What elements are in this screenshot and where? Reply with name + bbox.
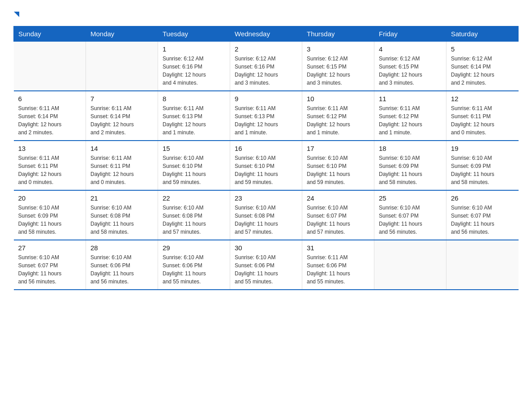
day-number: 5 bbox=[451, 45, 514, 53]
week-row-4: 20Sunrise: 6:10 AM Sunset: 6:09 PM Dayli… bbox=[14, 190, 519, 240]
calendar-cell: 16Sunrise: 6:10 AM Sunset: 6:10 PM Dayli… bbox=[230, 141, 302, 190]
day-info: Sunrise: 6:10 AM Sunset: 6:10 PM Dayligh… bbox=[163, 154, 225, 186]
day-info: Sunrise: 6:11 AM Sunset: 6:11 PM Dayligh… bbox=[90, 154, 153, 186]
day-number: 16 bbox=[235, 145, 297, 152]
day-info: Sunrise: 6:11 AM Sunset: 6:12 PM Dayligh… bbox=[379, 104, 442, 137]
calendar-cell bbox=[374, 240, 446, 290]
day-number: 26 bbox=[451, 194, 514, 202]
calendar-cell: 22Sunrise: 6:10 AM Sunset: 6:08 PM Dayli… bbox=[158, 190, 230, 240]
day-info: Sunrise: 6:11 AM Sunset: 6:13 PM Dayligh… bbox=[163, 104, 225, 137]
day-number: 7 bbox=[90, 95, 153, 103]
calendar-cell: 21Sunrise: 6:10 AM Sunset: 6:08 PM Dayli… bbox=[86, 190, 158, 240]
day-info: Sunrise: 6:11 AM Sunset: 6:14 PM Dayligh… bbox=[90, 104, 153, 137]
day-number: 11 bbox=[379, 95, 442, 103]
calendar-cell: 23Sunrise: 6:10 AM Sunset: 6:08 PM Dayli… bbox=[230, 190, 302, 240]
week-row-1: 1Sunrise: 6:12 AM Sunset: 6:16 PM Daylig… bbox=[14, 42, 519, 91]
calendar-cell: 12Sunrise: 6:11 AM Sunset: 6:11 PM Dayli… bbox=[446, 91, 519, 141]
day-info: Sunrise: 6:12 AM Sunset: 6:15 PM Dayligh… bbox=[379, 55, 442, 87]
day-info: Sunrise: 6:11 AM Sunset: 6:11 PM Dayligh… bbox=[451, 104, 514, 137]
day-number: 31 bbox=[307, 244, 369, 252]
calendar-cell: 5Sunrise: 6:12 AM Sunset: 6:14 PM Daylig… bbox=[446, 42, 519, 91]
day-info: Sunrise: 6:10 AM Sunset: 6:06 PM Dayligh… bbox=[90, 253, 153, 286]
day-header-saturday: Saturday bbox=[446, 26, 519, 42]
calendar-table: SundayMondayTuesdayWednesdayThursdayFrid… bbox=[13, 26, 519, 290]
day-info: Sunrise: 6:10 AM Sunset: 6:07 PM Dayligh… bbox=[451, 204, 514, 236]
day-number: 20 bbox=[18, 194, 82, 202]
calendar-cell: 27Sunrise: 6:10 AM Sunset: 6:07 PM Dayli… bbox=[14, 240, 86, 290]
calendar-cell bbox=[86, 42, 158, 91]
day-info: Sunrise: 6:10 AM Sunset: 6:09 PM Dayligh… bbox=[18, 204, 82, 236]
logo bbox=[13, 9, 19, 17]
day-number: 8 bbox=[163, 95, 225, 103]
day-number: 1 bbox=[163, 45, 225, 53]
calendar-cell: 18Sunrise: 6:10 AM Sunset: 6:09 PM Dayli… bbox=[374, 141, 446, 190]
calendar-cell: 29Sunrise: 6:10 AM Sunset: 6:06 PM Dayli… bbox=[158, 240, 230, 290]
day-info: Sunrise: 6:12 AM Sunset: 6:14 PM Dayligh… bbox=[451, 55, 514, 87]
calendar-cell bbox=[14, 42, 86, 91]
day-number: 27 bbox=[18, 244, 82, 252]
calendar-cell: 13Sunrise: 6:11 AM Sunset: 6:11 PM Dayli… bbox=[14, 141, 86, 190]
day-number: 6 bbox=[18, 95, 82, 103]
calendar-body: 1Sunrise: 6:12 AM Sunset: 6:16 PM Daylig… bbox=[14, 42, 519, 290]
calendar-cell: 1Sunrise: 6:12 AM Sunset: 6:16 PM Daylig… bbox=[158, 42, 230, 91]
calendar-cell: 26Sunrise: 6:10 AM Sunset: 6:07 PM Dayli… bbox=[446, 190, 519, 240]
calendar-cell: 9Sunrise: 6:11 AM Sunset: 6:13 PM Daylig… bbox=[230, 91, 302, 141]
calendar-cell: 6Sunrise: 6:11 AM Sunset: 6:14 PM Daylig… bbox=[14, 91, 86, 141]
day-number: 15 bbox=[163, 145, 225, 152]
day-info: Sunrise: 6:12 AM Sunset: 6:15 PM Dayligh… bbox=[307, 55, 369, 87]
day-number: 14 bbox=[90, 145, 153, 152]
day-number: 4 bbox=[379, 45, 442, 53]
week-row-3: 13Sunrise: 6:11 AM Sunset: 6:11 PM Dayli… bbox=[14, 141, 519, 190]
day-header-wednesday: Wednesday bbox=[230, 26, 302, 42]
calendar-cell: 31Sunrise: 6:11 AM Sunset: 6:06 PM Dayli… bbox=[302, 240, 374, 290]
calendar-cell: 4Sunrise: 6:12 AM Sunset: 6:15 PM Daylig… bbox=[374, 42, 446, 91]
calendar-cell bbox=[446, 240, 519, 290]
page-header bbox=[13, 9, 519, 17]
calendar-cell: 11Sunrise: 6:11 AM Sunset: 6:12 PM Dayli… bbox=[374, 91, 446, 141]
calendar-cell: 15Sunrise: 6:10 AM Sunset: 6:10 PM Dayli… bbox=[158, 141, 230, 190]
day-info: Sunrise: 6:10 AM Sunset: 6:07 PM Dayligh… bbox=[379, 204, 442, 236]
day-info: Sunrise: 6:10 AM Sunset: 6:09 PM Dayligh… bbox=[379, 154, 442, 186]
week-row-5: 27Sunrise: 6:10 AM Sunset: 6:07 PM Dayli… bbox=[14, 240, 519, 290]
day-number: 25 bbox=[379, 194, 442, 202]
calendar-cell: 10Sunrise: 6:11 AM Sunset: 6:12 PM Dayli… bbox=[302, 91, 374, 141]
calendar-header: SundayMondayTuesdayWednesdayThursdayFrid… bbox=[14, 26, 519, 42]
day-number: 22 bbox=[163, 194, 225, 202]
day-info: Sunrise: 6:11 AM Sunset: 6:06 PM Dayligh… bbox=[307, 253, 369, 286]
day-info: Sunrise: 6:11 AM Sunset: 6:11 PM Dayligh… bbox=[18, 154, 82, 186]
day-header-tuesday: Tuesday bbox=[158, 26, 230, 42]
day-number: 29 bbox=[163, 244, 225, 252]
day-number: 12 bbox=[451, 95, 514, 103]
calendar-cell: 3Sunrise: 6:12 AM Sunset: 6:15 PM Daylig… bbox=[302, 42, 374, 91]
day-header-thursday: Thursday bbox=[302, 26, 374, 42]
day-info: Sunrise: 6:10 AM Sunset: 6:06 PM Dayligh… bbox=[163, 253, 225, 286]
day-number: 3 bbox=[307, 45, 369, 53]
day-number: 21 bbox=[90, 194, 153, 202]
day-info: Sunrise: 6:12 AM Sunset: 6:16 PM Dayligh… bbox=[163, 55, 225, 87]
day-number: 17 bbox=[307, 145, 369, 152]
day-info: Sunrise: 6:10 AM Sunset: 6:08 PM Dayligh… bbox=[163, 204, 225, 236]
day-number: 2 bbox=[235, 45, 297, 53]
day-header-monday: Monday bbox=[86, 26, 158, 42]
day-number: 18 bbox=[379, 145, 442, 152]
day-info: Sunrise: 6:10 AM Sunset: 6:10 PM Dayligh… bbox=[235, 154, 297, 186]
week-row-2: 6Sunrise: 6:11 AM Sunset: 6:14 PM Daylig… bbox=[14, 91, 519, 141]
calendar-cell: 8Sunrise: 6:11 AM Sunset: 6:13 PM Daylig… bbox=[158, 91, 230, 141]
day-number: 24 bbox=[307, 194, 369, 202]
days-header-row: SundayMondayTuesdayWednesdayThursdayFrid… bbox=[14, 26, 519, 42]
day-info: Sunrise: 6:10 AM Sunset: 6:06 PM Dayligh… bbox=[235, 253, 297, 286]
day-info: Sunrise: 6:11 AM Sunset: 6:14 PM Dayligh… bbox=[18, 104, 82, 137]
day-info: Sunrise: 6:11 AM Sunset: 6:12 PM Dayligh… bbox=[307, 104, 369, 137]
day-info: Sunrise: 6:10 AM Sunset: 6:08 PM Dayligh… bbox=[90, 204, 153, 236]
logo-arrow-icon bbox=[14, 12, 19, 17]
day-info: Sunrise: 6:10 AM Sunset: 6:07 PM Dayligh… bbox=[307, 204, 369, 236]
day-number: 30 bbox=[235, 244, 297, 252]
calendar-cell: 28Sunrise: 6:10 AM Sunset: 6:06 PM Dayli… bbox=[86, 240, 158, 290]
day-header-friday: Friday bbox=[374, 26, 446, 42]
day-info: Sunrise: 6:10 AM Sunset: 6:08 PM Dayligh… bbox=[235, 204, 297, 236]
calendar-cell: 14Sunrise: 6:11 AM Sunset: 6:11 PM Dayli… bbox=[86, 141, 158, 190]
calendar-cell: 20Sunrise: 6:10 AM Sunset: 6:09 PM Dayli… bbox=[14, 190, 86, 240]
day-number: 9 bbox=[235, 95, 297, 103]
calendar-cell: 7Sunrise: 6:11 AM Sunset: 6:14 PM Daylig… bbox=[86, 91, 158, 141]
calendar-cell: 24Sunrise: 6:10 AM Sunset: 6:07 PM Dayli… bbox=[302, 190, 374, 240]
